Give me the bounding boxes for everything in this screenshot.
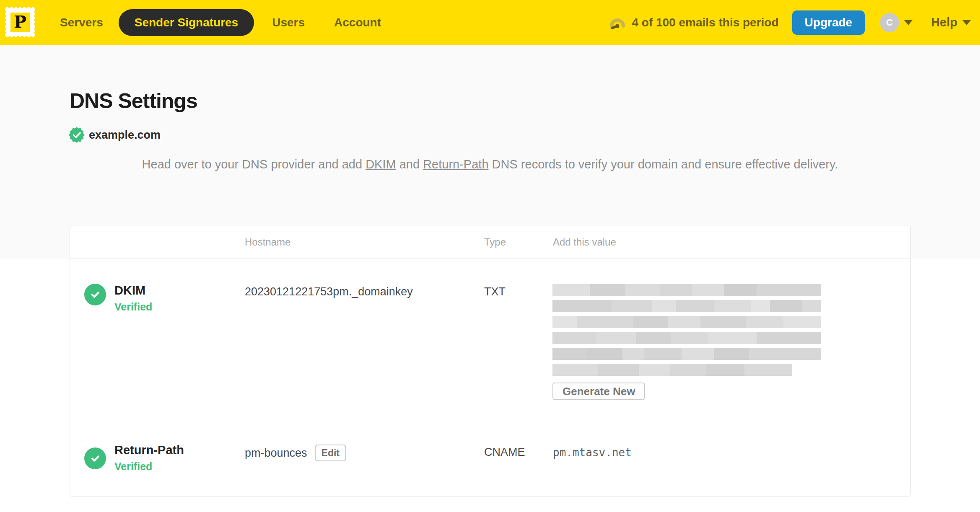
table-row-dkim: DKIM Verified 20230121221753pm._domainke…: [70, 259, 910, 420]
postmark-logo[interactable]: P: [5, 7, 35, 37]
return-path-link[interactable]: Return-Path: [423, 158, 488, 171]
record-name: Return-Path: [114, 443, 184, 457]
usage-counter: 4 of 100 emails this period: [632, 16, 778, 29]
record-hostname: 20230121221753pm._domainkey: [245, 285, 413, 298]
nav-item-users[interactable]: Users: [272, 16, 305, 29]
record-status-badge: Verified: [114, 460, 152, 473]
description-text: and: [396, 158, 423, 171]
redacted-value-bar: [552, 284, 821, 296]
column-header-type: Type: [484, 225, 506, 259]
dns-records-card: Hostname Type Add this value DKIM Verifi…: [70, 225, 911, 497]
column-header-value: Add this value: [553, 225, 616, 259]
redacted-value-bar: [552, 364, 792, 376]
verified-seal-icon: [69, 127, 85, 143]
account-menu-caret-icon[interactable]: [904, 20, 913, 25]
redacted-value-bar: [552, 332, 821, 344]
verified-check-icon: [84, 447, 106, 469]
verified-domain: example.com: [69, 127, 161, 143]
page-title: DNS Settings: [70, 89, 197, 113]
help-menu[interactable]: Help: [931, 16, 957, 29]
redacted-value-bar: [552, 348, 821, 360]
dkim-link[interactable]: DKIM: [366, 158, 396, 171]
record-status-badge: Verified: [114, 301, 152, 313]
nav-item-sender-signatures[interactable]: Sender Signatures: [119, 9, 254, 36]
domain-name: example.com: [89, 129, 161, 142]
verified-check-icon: [84, 284, 106, 305]
upgrade-button[interactable]: Upgrade: [792, 10, 865, 35]
logo-letter: P: [14, 13, 26, 31]
generate-new-button[interactable]: Generate New: [552, 383, 645, 400]
usage-gauge-icon: [609, 16, 626, 29]
record-value: pm.mtasv.net: [553, 446, 632, 459]
nav-item-servers[interactable]: Servers: [60, 16, 103, 29]
redacted-value-bar: [552, 316, 821, 328]
navbar-right-group: 4 of 100 emails this period Upgrade C He…: [609, 10, 971, 35]
help-menu-caret-icon[interactable]: [962, 20, 971, 25]
postmark-stamp-icon: P: [10, 13, 30, 32]
record-name: DKIM: [114, 284, 145, 297]
table-row-return-path: Return-Path Verified pm-bounces Edit CNA…: [70, 420, 910, 496]
nav-item-account[interactable]: Account: [334, 16, 381, 29]
avatar[interactable]: C: [880, 13, 899, 32]
hostname-value: pm-bounces: [245, 447, 307, 460]
record-type: CNAME: [484, 446, 525, 459]
record-type: TXT: [484, 285, 506, 298]
description-text: Head over to your DNS provider and add: [142, 158, 366, 171]
column-header-hostname: Hostname: [245, 225, 290, 259]
edit-return-path-button[interactable]: Edit: [315, 445, 346, 461]
redacted-dns-value: [552, 284, 821, 380]
description-text: DNS records to verify your domain and en…: [489, 158, 838, 171]
table-header-row: Hostname Type Add this value: [70, 225, 910, 259]
redacted-value-bar: [552, 300, 821, 312]
record-hostname: pm-bounces Edit: [245, 445, 346, 461]
hostname-value: 20230121221753pm._domainkey: [245, 285, 413, 298]
top-navbar: P Servers Sender Signatures Users Accoun…: [0, 0, 980, 45]
page-description: Head over to your DNS provider and add D…: [0, 154, 980, 174]
